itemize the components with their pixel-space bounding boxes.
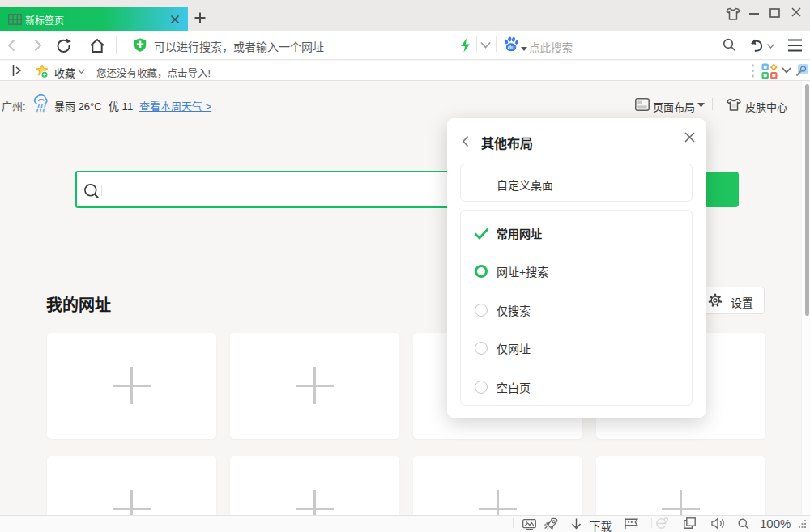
svg-text:du: du	[508, 45, 515, 50]
